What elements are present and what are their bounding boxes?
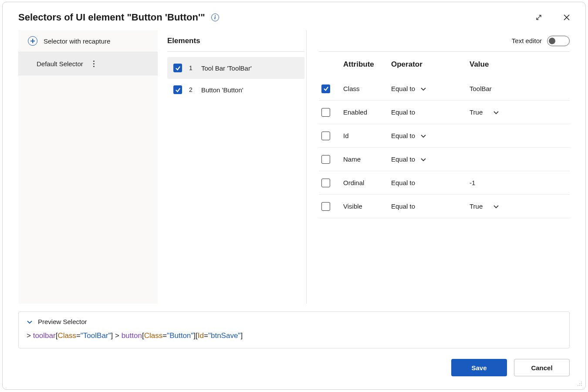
element-label: Tool Bar 'ToolBar' xyxy=(201,64,252,72)
attribute-row: OrdinalEqual to-1 xyxy=(319,171,570,195)
value-cell[interactable]: ToolBar xyxy=(470,85,567,92)
element-label: Button 'Button' xyxy=(201,86,243,94)
text-editor-toggle-wrap: Text editor xyxy=(512,36,570,46)
close-button[interactable] xyxy=(562,13,571,22)
code-token: "Button" xyxy=(167,331,193,340)
attribute-name: Visible xyxy=(343,203,387,210)
attribute-row: VisibleEqual toTrue xyxy=(319,195,570,218)
checkbox-icon[interactable] xyxy=(321,155,330,164)
operator-value: Equal to xyxy=(391,203,415,210)
col-operator: Operator xyxy=(391,60,465,69)
chevron-down-icon[interactable] xyxy=(420,86,426,92)
new-selector-button[interactable]: Selector with recapture xyxy=(18,30,158,52)
code-token: button xyxy=(122,331,142,340)
operator-cell[interactable]: Equal to xyxy=(391,132,465,139)
operator-value: Equal to xyxy=(391,155,415,163)
col-value: Value xyxy=(470,60,567,69)
operator-cell[interactable]: Equal to xyxy=(391,155,465,163)
checkbox-icon[interactable] xyxy=(321,202,330,211)
element-row[interactable]: 1Tool Bar 'ToolBar' xyxy=(167,57,304,79)
element-row[interactable]: 2Button 'Button' xyxy=(167,79,304,101)
attributes-table-header: Attribute Operator Value xyxy=(319,52,570,77)
preview-header[interactable]: Preview Selector xyxy=(27,318,561,325)
operator-cell[interactable]: Equal to xyxy=(391,108,465,116)
checkbox-icon[interactable] xyxy=(321,84,330,93)
attribute-value: True xyxy=(470,108,483,116)
code-token: > xyxy=(27,331,33,340)
code-token: Class xyxy=(57,331,76,340)
code-token: toolbar xyxy=(33,331,56,340)
text-editor-label: Text editor xyxy=(512,37,542,44)
code-token: = xyxy=(204,331,208,340)
chevron-down-icon[interactable] xyxy=(493,109,499,115)
elements-list: 1Tool Bar 'ToolBar'2Button 'Button' xyxy=(167,57,304,101)
operator-cell[interactable]: Equal to xyxy=(391,85,465,92)
attribute-value: -1 xyxy=(470,179,475,186)
chevron-down-icon[interactable] xyxy=(420,133,426,139)
attribute-value: ToolBar xyxy=(470,85,492,92)
resize-grip[interactable] xyxy=(577,381,582,386)
checkbox-icon[interactable] xyxy=(321,108,330,117)
code-token: Class xyxy=(144,331,163,340)
attribute-row: IdEqual to xyxy=(319,124,570,148)
plus-icon xyxy=(28,36,37,46)
attributes-table: Attribute Operator Value ClassEqual toTo… xyxy=(319,52,570,218)
col-attribute: Attribute xyxy=(343,60,387,69)
operator-value: Equal to xyxy=(391,85,415,92)
new-selector-label: Selector with recapture xyxy=(44,37,110,45)
attribute-row: ClassEqual toToolBar xyxy=(319,77,570,101)
attribute-name: Ordinal xyxy=(343,179,387,186)
element-index: 1 xyxy=(189,64,194,71)
attribute-row: NameEqual to xyxy=(319,148,570,171)
chevron-down-icon[interactable] xyxy=(420,156,426,162)
code-token: = xyxy=(162,331,167,340)
operator-value: Equal to xyxy=(391,132,415,139)
dialog-body: Selector with recapture Default Selector… xyxy=(3,30,585,304)
selector-editor-dialog: Selectors of UI element "Button 'Button'… xyxy=(2,2,586,390)
checkbox-icon[interactable] xyxy=(173,85,182,94)
text-editor-toggle[interactable] xyxy=(547,36,570,46)
cancel-button[interactable]: Cancel xyxy=(514,359,570,376)
operator-cell[interactable]: Equal to xyxy=(391,179,465,186)
maximize-button[interactable] xyxy=(534,13,544,22)
chevron-down-icon xyxy=(27,319,33,325)
attribute-name: Class xyxy=(343,85,387,92)
elements-heading: Elements xyxy=(167,37,200,45)
attribute-name: Name xyxy=(343,155,387,163)
more-icon[interactable] xyxy=(91,59,150,69)
operator-value: Equal to xyxy=(391,108,415,116)
sidebar-item-label: Default Selector xyxy=(37,60,91,68)
code-token: = xyxy=(76,331,81,340)
preview-selector-panel: Preview Selector > toolbar[Class="ToolBa… xyxy=(18,311,570,348)
operator-cell[interactable]: Equal to xyxy=(391,203,465,210)
elements-column: Elements 1Tool Bar 'ToolBar'2Button 'But… xyxy=(167,30,307,304)
attributes-column: Text editor Attribute Operator Value Cla… xyxy=(316,30,570,304)
save-button[interactable]: Save xyxy=(451,359,507,376)
code-token: > xyxy=(113,331,121,340)
code-token: "ToolBar" xyxy=(81,331,111,340)
info-icon[interactable]: i xyxy=(211,14,219,21)
selector-sidebar: Selector with recapture Default Selector xyxy=(18,30,158,304)
value-cell[interactable]: -1 xyxy=(470,179,567,186)
checkbox-icon[interactable] xyxy=(321,179,330,187)
dialog-footer: Save Cancel xyxy=(3,348,585,389)
titlebar: Selectors of UI element "Button 'Button'… xyxy=(3,2,585,30)
operator-value: Equal to xyxy=(391,179,415,186)
value-cell[interactable]: True xyxy=(470,108,567,116)
attribute-value: True xyxy=(470,203,483,210)
elements-header: Elements xyxy=(167,30,304,52)
code-token: "btnSave" xyxy=(208,331,240,340)
value-cell[interactable]: True xyxy=(470,203,567,210)
chevron-down-icon[interactable] xyxy=(493,203,499,210)
checkbox-icon[interactable] xyxy=(321,132,330,140)
attribute-name: Id xyxy=(343,132,387,139)
sidebar-item-default-selector[interactable]: Default Selector xyxy=(18,52,158,75)
dialog-title: Selectors of UI element "Button 'Button'… xyxy=(18,12,205,23)
code-token: Id xyxy=(198,331,204,340)
preview-label: Preview Selector xyxy=(38,318,87,325)
attribute-row: EnabledEqual toTrue xyxy=(319,101,570,124)
code-token: ] xyxy=(240,331,243,340)
preview-selector-code: > toolbar[Class="ToolBar"] > button[Clas… xyxy=(27,331,561,340)
checkbox-icon[interactable] xyxy=(173,64,182,72)
attributes-header-row: Text editor xyxy=(319,30,570,52)
